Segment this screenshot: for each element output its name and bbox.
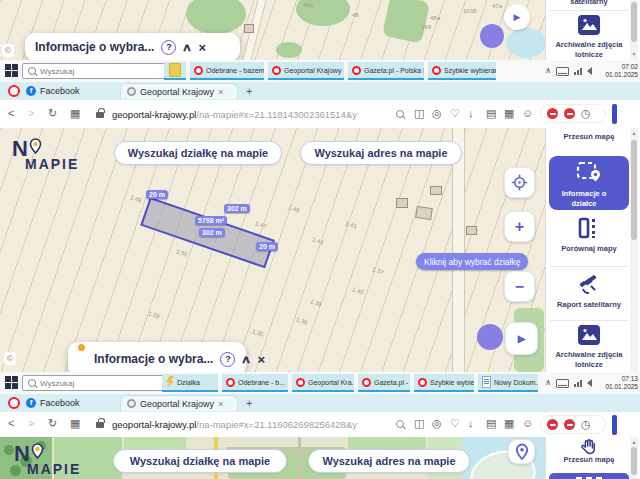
taskbar-item-geoportal[interactable]: Geoportal Kra...: [292, 374, 354, 392]
help-icon[interactable]: ?: [161, 40, 176, 55]
extension-icon[interactable]: [564, 419, 575, 430]
sidebar-handle[interactable]: [612, 415, 617, 435]
search-parcel-button[interactable]: Wyszukaj działkę na mapie: [114, 141, 282, 165]
taskbar-item-dzialka[interactable]: Działka: [162, 374, 218, 392]
na-mapie-logo[interactable]: N MAPIE: [14, 443, 81, 476]
address-field[interactable]: geoportal-krajowy.pl/na-mapie#x=21.11606…: [112, 419, 357, 430]
taskbar-item-odebrane[interactable]: Odebrane - b...: [222, 374, 288, 392]
taskbar-item-gazeta[interactable]: Gazeta.pl - Polska i...: [348, 62, 424, 80]
speaker-icon[interactable]: [587, 67, 592, 75]
windows-search-input[interactable]: Wyszukaj: [22, 375, 170, 391]
extension-icon[interactable]: [564, 108, 575, 119]
scroll-up-icon[interactable]: ▲: [630, 439, 638, 445]
windows-start-button[interactable]: [5, 376, 18, 389]
system-tray[interactable]: ∧: [545, 60, 592, 82]
zoom-out-button[interactable]: −: [504, 271, 535, 302]
sidebar-item-informacje-active[interactable]: [549, 473, 629, 479]
extension-icon[interactable]: [547, 108, 558, 119]
reload-icon[interactable]: ↻: [48, 108, 57, 119]
keyboard-icon[interactable]: [556, 379, 569, 388]
taskbar-item-odebrane[interactable]: Odebrane - bazem...: [190, 62, 264, 80]
map-view-previous[interactable]: 49a4848a169163847a ▶ © Informacje o wybr…: [0, 0, 545, 60]
download-icon[interactable]: ↓: [468, 418, 474, 429]
sidebar-item-porownaj[interactable]: Porównaj mapy: [551, 244, 627, 254]
find-icon[interactable]: [396, 420, 404, 428]
sidebar-item-przesun[interactable]: Przesuń mapę: [551, 132, 627, 142]
reading-list-icon[interactable]: ▤: [486, 108, 496, 119]
collapse-panel-button[interactable]: ▶: [505, 322, 538, 355]
scroll-up-icon[interactable]: ▲: [630, 130, 638, 136]
parcel-info-popup[interactable]: Informacje o wybra... ? ∧ ×: [25, 33, 240, 60]
sidebar-item-informacje-active[interactable]: Informacje o działce: [549, 156, 629, 210]
system-tray[interactable]: ∧: [545, 372, 592, 394]
reload-icon[interactable]: ↻: [48, 418, 57, 429]
address-field[interactable]: geoportal-krajowy.pl/na-mapie#x=21.11814…: [112, 109, 357, 120]
favorites-heart-icon[interactable]: ♡: [450, 108, 460, 119]
map-view[interactable]: 1.481.491.471.441.431.501.371.401.391.36…: [0, 128, 545, 372]
sidebar-item-archiwalne[interactable]: Archiwalne zdjęcia lotnicze: [551, 350, 627, 370]
taskbar-clock[interactable]: 07:13 01.01.2025: [605, 375, 638, 392]
expand-chevron-icon[interactable]: ∧: [241, 353, 251, 366]
close-icon[interactable]: ×: [198, 40, 206, 55]
site-info-icon[interactable]: ◎: [432, 108, 442, 119]
opera-menu-icon[interactable]: [8, 397, 20, 409]
history-icon[interactable]: ◷: [581, 107, 591, 120]
speed-dial-icon[interactable]: ▦: [70, 108, 80, 119]
tab-close-icon[interactable]: ×: [218, 399, 223, 409]
forward-icon[interactable]: >: [28, 108, 34, 119]
sidebar-scrollbar-thumb[interactable]: [631, 2, 637, 42]
back-icon[interactable]: <: [8, 418, 14, 429]
collapse-panel-button[interactable]: ▶: [504, 4, 530, 30]
speaker-icon[interactable]: [587, 379, 592, 387]
na-mapie-logo[interactable]: N MAPIE: [12, 138, 79, 171]
tray-expand-icon[interactable]: ∧: [545, 67, 551, 75]
locate-button[interactable]: [508, 439, 535, 464]
favorites-heart-icon[interactable]: ♡: [450, 418, 460, 429]
search-parcel-button[interactable]: Wyszukaj działkę na mapie: [113, 449, 287, 473]
keyboard-icon[interactable]: [556, 67, 569, 76]
search-address-button[interactable]: Wyszukaj adres na mapie: [308, 449, 470, 473]
tab-facebook[interactable]: f Facebook: [20, 83, 86, 99]
sidebar-item-przesun[interactable]: Przesuń mapę: [551, 455, 627, 465]
close-icon[interactable]: ×: [257, 352, 265, 367]
network-icon[interactable]: [574, 380, 582, 387]
scroll-down-icon[interactable]: ▼: [630, 51, 638, 57]
sidebar-scrollbar-thumb[interactable]: [631, 140, 637, 240]
forward-icon[interactable]: >: [28, 418, 34, 429]
download-icon[interactable]: ↓: [468, 108, 474, 119]
sidebar-handle[interactable]: [612, 104, 617, 124]
taskbar-item-gazeta[interactable]: Gazeta.pl - P...: [358, 374, 410, 392]
taskbar-item-nowy-dokument[interactable]: Nowy Dokum...: [478, 374, 538, 392]
sidebar-item-archiwalne[interactable]: Archiwalne zdjęcia lotnicze: [551, 40, 627, 60]
zoom-in-button[interactable]: +: [504, 211, 535, 242]
sidebar-item-raport[interactable]: Raport satelitarny: [551, 300, 627, 310]
workspaces-icon[interactable]: ▦: [504, 108, 514, 119]
history-icon[interactable]: ◷: [581, 418, 591, 431]
windows-search-input[interactable]: Wyszukaj: [22, 63, 170, 79]
network-icon[interactable]: [574, 68, 582, 75]
expand-chevron-icon[interactable]: ∧: [182, 41, 192, 54]
taskbar-item-geoportal[interactable]: Geoportal Krajowy -...: [268, 62, 344, 80]
find-icon[interactable]: [396, 110, 404, 118]
parcel-info-popup[interactable]: Informacje o wybra... ? ∧ ×: [68, 342, 246, 372]
new-tab-button[interactable]: +: [246, 85, 252, 97]
reading-list-icon[interactable]: ▤: [486, 418, 496, 429]
taskbar-clock[interactable]: 07:02 01.01.2025: [605, 63, 638, 80]
tray-expand-icon[interactable]: ∧: [545, 379, 551, 387]
workspaces-icon[interactable]: ▦: [504, 418, 514, 429]
tab-facebook[interactable]: f Facebook: [20, 395, 86, 411]
snapshot-icon[interactable]: ◫: [414, 418, 424, 429]
help-icon[interactable]: ?: [220, 352, 235, 367]
opera-menu-icon[interactable]: [8, 85, 20, 97]
locate-button[interactable]: [504, 167, 535, 198]
sidebar-scrollbar-thumb[interactable]: [631, 447, 637, 475]
taskbar-item-jpg-file[interactable]: [164, 62, 186, 80]
snapshot-icon[interactable]: ◫: [414, 108, 424, 119]
search-address-button[interactable]: Wyszukaj adres na mapie: [300, 141, 462, 165]
taskbar-item-szybkie[interactable]: Szybkie wybieranie...: [428, 62, 496, 80]
profile-icon[interactable]: ☺: [522, 108, 533, 119]
tab-geoportal[interactable]: Geoportal Krajowy ×: [120, 83, 238, 99]
tab-close-icon[interactable]: ×: [218, 87, 223, 97]
new-tab-button[interactable]: +: [246, 397, 252, 409]
map-view-next[interactable]: N MAPIE Wyszukaj działkę na mapie Wyszuk…: [0, 437, 545, 479]
